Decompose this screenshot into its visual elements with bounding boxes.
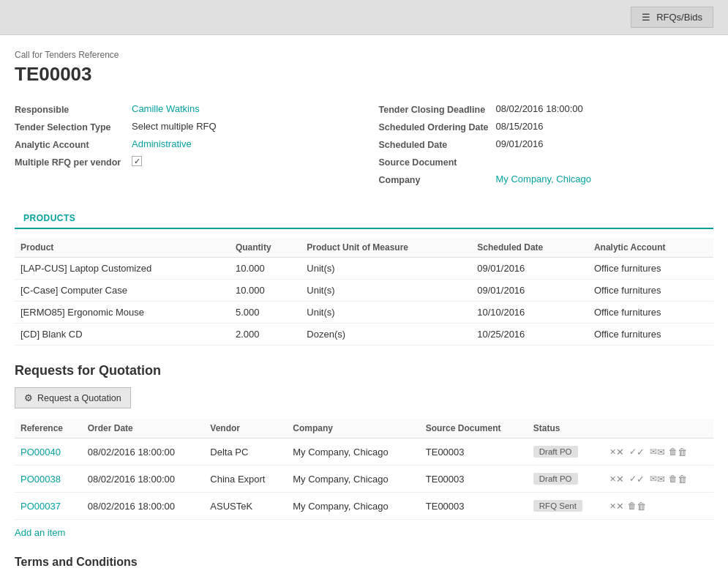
table-row[interactable]: [ERMO85] Ergonomic Mouse 5.000 Unit(s) 1…: [15, 302, 713, 324]
confirm-icon[interactable]: ✓: [629, 444, 645, 460]
rfq-ref-cell: PO00038: [15, 466, 82, 493]
responsible-value[interactable]: Camille Watkins: [132, 103, 200, 114]
product-cell: [ERMO85] Ergonomic Mouse: [15, 302, 230, 324]
confirm-icon[interactable]: ✓: [629, 471, 645, 487]
table-row[interactable]: [CD] Blank CD 2.000 Dozen(s) 10/25/2016 …: [15, 324, 713, 346]
rfq-col-actions: [603, 419, 713, 438]
rfq-col-order-date: Order Date: [82, 419, 205, 438]
rfq-col-company: Company: [287, 419, 420, 438]
list-icon: [642, 12, 650, 23]
delete-icon[interactable]: ✕: [609, 498, 625, 514]
date-cell: 09/01/2016: [471, 280, 588, 302]
delete-icon[interactable]: ✕: [609, 471, 625, 487]
status-badge: RFQ Sent: [533, 500, 582, 512]
request-quotation-label: Request a Quotation: [37, 393, 121, 403]
request-quotation-button[interactable]: Request a Quotation: [15, 387, 131, 408]
scheduled-ordering-label: Scheduled Ordering Date: [379, 121, 496, 133]
rfq-status-cell: Draft PO: [528, 466, 603, 493]
rfq-status-cell: RFQ Sent: [528, 493, 603, 520]
rfq-table-row[interactable]: PO00038 08/02/2016 18:00:00 China Export…: [15, 466, 713, 493]
analytic-cell: Office furnitures: [588, 258, 713, 280]
rfq-actions-cell: ✕ 🗑: [603, 493, 713, 520]
page-label: Call for Tenders Reference: [15, 50, 713, 60]
rfq-table-body: PO00040 08/02/2016 18:00:00 Delta PC My …: [15, 438, 713, 520]
delete-icon[interactable]: ✕: [609, 444, 625, 460]
status-badge: Draft PO: [533, 446, 578, 458]
rfq-company-cell: My Company, Chicago: [287, 466, 420, 493]
topbar: RFQs/Bids: [0, 0, 728, 35]
rfq-table-header: Reference Order Date Vendor Company Sour…: [15, 419, 713, 438]
trash-icon[interactable]: 🗑: [670, 444, 686, 460]
analytic-account-label: Analytic Account: [15, 138, 132, 150]
rfq-table: Reference Order Date Vendor Company Sour…: [15, 419, 713, 520]
form-grid: Responsible Camille Watkins Tender Selec…: [15, 103, 713, 191]
trash-icon[interactable]: 🗑: [629, 498, 645, 514]
mail-icon[interactable]: ✉: [650, 471, 666, 487]
multiple-rfq-checkbox[interactable]: ✓: [132, 156, 142, 166]
main-content: Call for Tenders Reference TE00003 Respo…: [0, 35, 728, 571]
analytic-account-value[interactable]: Administrative: [132, 138, 192, 149]
source-document-label: Source Document: [379, 156, 496, 168]
tender-selection-row: Tender Selection Type Select multiple RF…: [15, 121, 350, 133]
col-date: Scheduled Date: [471, 238, 588, 258]
products-table-body: [LAP-CUS] Laptop Customized 10.000 Unit(…: [15, 258, 713, 346]
rfq-col-status: Status: [528, 419, 603, 438]
col-uom: Product Unit of Measure: [301, 238, 471, 258]
rfq-actions-cell: ✕ ✓ ✉ 🗑: [603, 438, 713, 466]
quantity-cell: 5.000: [230, 302, 301, 324]
table-row[interactable]: [C-Case] Computer Case 10.000 Unit(s) 09…: [15, 280, 713, 302]
products-tab-label: PRODUCTS: [15, 209, 84, 229]
rfq-vendor-cell: China Export: [204, 466, 287, 493]
action-icons: ✕ ✓ ✉ 🗑: [609, 444, 708, 460]
product-cell: [C-Case] Computer Case: [15, 280, 230, 302]
company-value[interactable]: My Company, Chicago: [496, 173, 592, 184]
uom-cell: Unit(s): [301, 280, 471, 302]
mail-icon[interactable]: ✉: [650, 444, 666, 460]
rfq-col-ref: Reference: [15, 419, 82, 438]
col-analytic: Analytic Account: [588, 238, 713, 258]
gear-icon: [24, 392, 33, 403]
action-icons: ✕ ✓ ✉ 🗑: [609, 471, 708, 487]
date-cell: 10/10/2016: [471, 302, 588, 324]
company-row: Company My Company, Chicago: [379, 173, 714, 185]
product-cell: [LAP-CUS] Laptop Customized: [15, 258, 230, 280]
rfq-vendor-cell: ASUSTeK: [204, 493, 287, 520]
products-tab[interactable]: PRODUCTS: [15, 209, 713, 229]
rfq-date-cell: 08/02/2016 18:00:00: [82, 493, 205, 520]
analytic-cell: Office furnitures: [588, 280, 713, 302]
tender-selection-value: Select multiple RFQ: [132, 121, 217, 132]
scheduled-date-label: Scheduled Date: [379, 138, 496, 150]
closing-deadline-value: 08/02/2016 18:00:00: [496, 103, 583, 114]
date-cell: 10/25/2016: [471, 324, 588, 346]
table-row[interactable]: [LAP-CUS] Laptop Customized 10.000 Unit(…: [15, 258, 713, 280]
rfq-date-cell: 08/02/2016 18:00:00: [82, 466, 205, 493]
trash-icon[interactable]: 🗑: [670, 471, 686, 487]
form-left: Responsible Camille Watkins Tender Selec…: [15, 103, 350, 191]
product-cell: [CD] Blank CD: [15, 324, 230, 346]
responsible-label: Responsible: [15, 103, 132, 115]
multiple-rfq-row: Multiple RFQ per vendor ✓: [15, 156, 350, 168]
rfq-vendor-cell: Delta PC: [204, 438, 287, 466]
add-item-link[interactable]: Add an item: [15, 527, 65, 538]
quantity-cell: 10.000: [230, 258, 301, 280]
analytic-account-row: Analytic Account Administrative: [15, 138, 350, 150]
scheduled-date-row: Scheduled Date 09/01/2016: [379, 138, 714, 150]
action-icons: ✕ 🗑: [609, 498, 708, 514]
rfq-date-cell: 08/02/2016 18:00:00: [82, 438, 205, 466]
analytic-cell: Office furnitures: [588, 324, 713, 346]
rfq-source-cell: TE00003: [420, 493, 528, 520]
rfq-bids-label: RFQs/Bids: [656, 12, 702, 23]
rfq-table-row[interactable]: PO00040 08/02/2016 18:00:00 Delta PC My …: [15, 438, 713, 466]
rfq-bids-button[interactable]: RFQs/Bids: [631, 7, 713, 28]
quantity-cell: 10.000: [230, 280, 301, 302]
terms-heading: Terms and Conditions: [15, 556, 713, 569]
rfq-table-row[interactable]: PO00037 08/02/2016 18:00:00 ASUSTeK My C…: [15, 493, 713, 520]
rfq-company-cell: My Company, Chicago: [287, 438, 420, 466]
rfq-col-source: Source Document: [420, 419, 528, 438]
multiple-rfq-label: Multiple RFQ per vendor: [15, 156, 132, 168]
scheduled-ordering-row: Scheduled Ordering Date 08/15/2016: [379, 121, 714, 133]
form-right: Tender Closing Deadline 08/02/2016 18:00…: [379, 103, 714, 191]
uom-cell: Unit(s): [301, 258, 471, 280]
date-cell: 09/01/2016: [471, 258, 588, 280]
scheduled-ordering-value: 08/15/2016: [496, 121, 544, 132]
